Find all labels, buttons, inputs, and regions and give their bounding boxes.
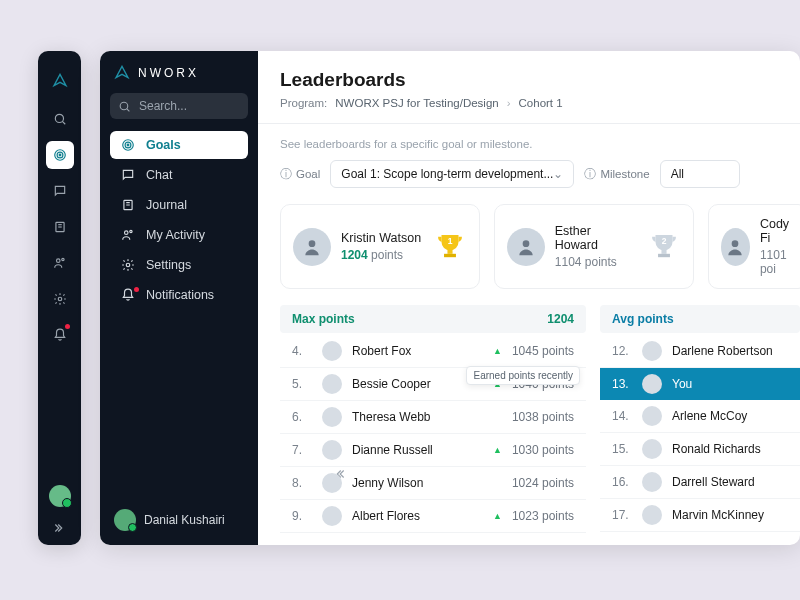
svg-rect-27 bbox=[661, 248, 666, 253]
svg-line-12 bbox=[127, 108, 130, 111]
nav-activity[interactable]: My Activity bbox=[110, 221, 248, 249]
search-icon[interactable] bbox=[46, 105, 74, 133]
ranking-row[interactable]: 16. Darrell Steward bbox=[600, 466, 800, 499]
nav-goals[interactable]: Goals bbox=[110, 131, 248, 159]
max-points-header: Max points 1204 bbox=[280, 305, 586, 333]
podium: Kristin Watson 1204 points 1 Esther Howa… bbox=[280, 204, 800, 289]
rank-name: Theresa Webb bbox=[352, 410, 502, 424]
rank-points: 1038 points bbox=[512, 410, 574, 424]
mini-avatar[interactable] bbox=[49, 485, 71, 507]
nav-chat[interactable]: Chat bbox=[110, 161, 248, 189]
expand-sidebar-button[interactable] bbox=[53, 521, 67, 535]
rank-points: 1030 points bbox=[512, 443, 574, 457]
podium-card-2[interactable]: Esther Howard 1104 points 2 bbox=[494, 204, 694, 289]
rank-name: Albert Flores bbox=[352, 509, 483, 523]
svg-point-11 bbox=[120, 102, 128, 110]
milestone-select[interactable]: All bbox=[660, 160, 740, 188]
podium-card-3[interactable]: Cody Fi 1101 poi bbox=[708, 204, 800, 289]
nav-label: Goals bbox=[146, 138, 181, 152]
rank-name: Jenny Wilson bbox=[352, 476, 502, 490]
rank-number: 7. bbox=[292, 443, 312, 457]
logo-icon bbox=[114, 65, 130, 81]
rank-points: 1045 points bbox=[512, 344, 574, 358]
ranking-row[interactable]: 4. Robert Fox ▲ 1045 points bbox=[280, 335, 586, 368]
brand-name: NWORX bbox=[138, 66, 199, 80]
goal-select[interactable]: Goal 1: Scope long-term development... ⌄ bbox=[330, 160, 574, 188]
avatar bbox=[322, 440, 342, 460]
breadcrumb-program[interactable]: NWORX PSJ for Testing/Design bbox=[335, 97, 498, 109]
ranking-row[interactable]: 9. Albert Flores ▲ 1023 points bbox=[280, 500, 586, 533]
rank-number: 16. bbox=[612, 475, 632, 489]
rank-number: 4. bbox=[292, 344, 312, 358]
rank-name: Dianne Russell bbox=[352, 443, 483, 457]
avg-points-header: Avg points bbox=[600, 305, 800, 333]
ranking-row[interactable]: 17. Marvin McKinney bbox=[600, 499, 800, 532]
ranking-row[interactable]: 6. Theresa Webb 1038 points bbox=[280, 401, 586, 434]
breadcrumb-cohort[interactable]: Cohort 1 bbox=[519, 97, 563, 109]
svg-point-4 bbox=[59, 154, 61, 156]
journal-icon bbox=[120, 198, 136, 212]
rank-number: 8. bbox=[292, 476, 312, 490]
nav-label: Chat bbox=[146, 168, 172, 182]
svg-rect-23 bbox=[447, 248, 452, 253]
sidebar-search[interactable]: Search... bbox=[110, 93, 248, 119]
stats-header: Max points 1204 Avg points bbox=[280, 305, 800, 333]
goals-icon bbox=[120, 138, 136, 152]
goal-filter-label: ⓘ Goal bbox=[280, 167, 320, 182]
mini-sidebar bbox=[38, 51, 81, 545]
info-icon: ⓘ bbox=[584, 167, 596, 182]
svg-rect-28 bbox=[658, 253, 670, 256]
avatar bbox=[721, 228, 750, 266]
podium-name: Cody Fi bbox=[760, 217, 795, 245]
avatar bbox=[642, 472, 662, 492]
svg-point-26 bbox=[523, 240, 530, 247]
avatar bbox=[114, 509, 136, 531]
trophy-icon: 1 bbox=[433, 230, 467, 264]
svg-point-30 bbox=[732, 240, 739, 247]
trophy-icon: 2 bbox=[647, 230, 681, 264]
ranking-row[interactable]: 12. Darlene Robertson bbox=[600, 335, 800, 368]
ranking-row[interactable]: 7. Dianne Russell ▲ 1030 points bbox=[280, 434, 586, 467]
avatar bbox=[642, 439, 662, 459]
ranking-row[interactable]: 14. Arlene McCoy bbox=[600, 400, 800, 433]
activity-icon[interactable] bbox=[46, 249, 74, 277]
info-icon: ⓘ bbox=[280, 167, 292, 182]
ranking-row-you[interactable]: 13. You bbox=[600, 368, 800, 400]
rank-number: 13. bbox=[612, 377, 632, 391]
rank-name: Ronald Richards bbox=[672, 442, 788, 456]
current-user[interactable]: Danial Kushairi bbox=[110, 505, 248, 535]
divider bbox=[258, 123, 800, 124]
page-title: Leaderboards bbox=[280, 69, 800, 91]
journal-icon[interactable] bbox=[46, 213, 74, 241]
chat-icon[interactable] bbox=[46, 177, 74, 205]
settings-icon[interactable] bbox=[46, 285, 74, 313]
avatar bbox=[507, 228, 545, 266]
ranking-row[interactable]: 5. Bessie Cooper ▲ 1040 points Earned po… bbox=[280, 368, 586, 401]
rank-name: Darrell Steward bbox=[672, 475, 788, 489]
rank-number: 17. bbox=[612, 508, 632, 522]
notifications-icon bbox=[120, 288, 136, 302]
podium-name: Esther Howard bbox=[555, 224, 637, 252]
rank-name: Bessie Cooper bbox=[352, 377, 483, 391]
svg-point-19 bbox=[125, 231, 129, 235]
ranking-columns: 4. Robert Fox ▲ 1045 points 5. Bessie Co… bbox=[280, 335, 800, 533]
svg-line-1 bbox=[62, 121, 65, 124]
nav-notifications[interactable]: Notifications bbox=[110, 281, 248, 309]
avatar bbox=[322, 341, 342, 361]
user-name: Danial Kushairi bbox=[144, 513, 225, 527]
breadcrumb-prefix: Program: bbox=[280, 97, 327, 109]
ranking-row[interactable]: 8. Jenny Wilson 1024 points bbox=[280, 467, 586, 500]
tooltip: Earned points recently bbox=[466, 366, 580, 385]
nav-journal[interactable]: Journal bbox=[110, 191, 248, 219]
ranking-row[interactable]: 15. Ronald Richards bbox=[600, 433, 800, 466]
podium-points: 1204 points bbox=[341, 248, 421, 262]
goals-icon[interactable] bbox=[46, 141, 74, 169]
notifications-icon[interactable] bbox=[46, 321, 74, 349]
search-placeholder: Search... bbox=[139, 99, 187, 113]
podium-card-1[interactable]: Kristin Watson 1204 points 1 bbox=[280, 204, 480, 289]
breadcrumb: Program: NWORX PSJ for Testing/Design › … bbox=[280, 97, 800, 109]
svg-text:1: 1 bbox=[448, 236, 453, 246]
svg-point-10 bbox=[58, 297, 62, 301]
settings-icon bbox=[120, 258, 136, 272]
nav-settings[interactable]: Settings bbox=[110, 251, 248, 279]
